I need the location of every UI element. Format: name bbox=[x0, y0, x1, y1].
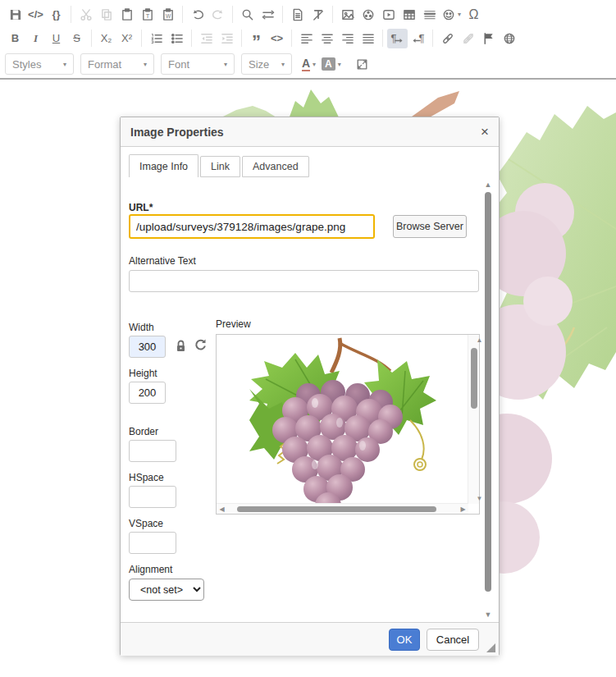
hspace-label: HSpace bbox=[129, 472, 164, 483]
superscript-icon[interactable]: X² bbox=[116, 29, 137, 48]
tab-link[interactable]: Link bbox=[200, 156, 240, 177]
remove-format-icon[interactable] bbox=[308, 5, 328, 25]
undo-icon[interactable] bbox=[187, 5, 208, 25]
chevron-down-icon: ▾ bbox=[224, 61, 227, 68]
alt-text-input[interactable] bbox=[129, 270, 479, 292]
browse-server-button[interactable]: Browse Server bbox=[393, 215, 467, 238]
reset-size-icon[interactable] bbox=[194, 338, 208, 355]
styles-dropdown[interactable]: Styles▾ bbox=[5, 53, 74, 75]
toolbar-separator bbox=[282, 6, 283, 23]
dialog-scroll-down-icon[interactable]: ▼ bbox=[483, 611, 493, 619]
alt-text-label: Alternative Text bbox=[129, 255, 196, 267]
link-icon[interactable] bbox=[437, 29, 458, 48]
source-code-icon[interactable]: </> bbox=[25, 5, 46, 25]
preview-vertical-scrollbar[interactable]: ▲ ▼ bbox=[468, 335, 479, 504]
align-center-icon[interactable] bbox=[317, 29, 337, 48]
outdent-icon bbox=[196, 29, 217, 48]
close-icon[interactable]: × bbox=[481, 125, 489, 139]
language-icon[interactable] bbox=[499, 29, 519, 48]
underline-icon[interactable]: U bbox=[46, 29, 66, 48]
anchor-icon[interactable] bbox=[478, 29, 499, 48]
paste-from-word-icon[interactable]: W bbox=[157, 5, 178, 25]
bold-icon[interactable]: B bbox=[5, 29, 25, 48]
align-left-icon[interactable] bbox=[296, 29, 317, 48]
inline-code-icon[interactable]: <> bbox=[267, 29, 287, 48]
replace-icon[interactable] bbox=[258, 5, 278, 25]
chevron-down-icon: ▾ bbox=[281, 61, 285, 68]
dialog-header[interactable]: Image Properties × bbox=[121, 117, 499, 147]
vspace-input[interactable] bbox=[129, 532, 176, 554]
dialog-resize-handle[interactable] bbox=[486, 643, 495, 652]
horizontal-line-icon[interactable] bbox=[419, 5, 440, 25]
toolbar-separator bbox=[332, 6, 333, 23]
subscript-icon[interactable]: X₂ bbox=[96, 29, 116, 48]
preview-pane: ▲ ▼ ◀ ▶ bbox=[216, 334, 480, 515]
table-icon[interactable] bbox=[399, 5, 419, 25]
editor-toolbar: </> {} T W ▾ Ω B I U S X₂ X² bbox=[0, 0, 616, 80]
alignment-label: Alignment bbox=[129, 564, 172, 575]
toolbar-separator bbox=[291, 30, 292, 47]
text-direction-ltr-icon[interactable]: ¶ bbox=[387, 29, 408, 48]
italic-icon[interactable]: I bbox=[25, 29, 46, 48]
preview-horizontal-scrollbar[interactable]: ◀ ▶ bbox=[217, 503, 468, 514]
horizontal-scroll-thumb[interactable] bbox=[237, 506, 436, 512]
toolbar-separator bbox=[232, 6, 233, 23]
border-input[interactable] bbox=[129, 440, 176, 462]
border-label: Border bbox=[129, 426, 158, 437]
strikethrough-icon[interactable]: S bbox=[66, 29, 87, 48]
save-icon[interactable] bbox=[5, 5, 25, 25]
hspace-input[interactable] bbox=[129, 486, 176, 508]
paste-plain-text-icon[interactable]: T bbox=[137, 5, 157, 25]
blockquote-icon[interactable]: ” bbox=[246, 29, 267, 48]
image-icon[interactable] bbox=[337, 5, 358, 25]
align-justify-icon[interactable] bbox=[358, 29, 378, 48]
copy-icon bbox=[96, 5, 116, 25]
paste-icon[interactable] bbox=[116, 5, 137, 25]
background-color-icon[interactable]: A▾ bbox=[319, 54, 344, 74]
dialog-content: URL* Browse Server Alternative Text Widt… bbox=[121, 177, 499, 622]
bullet-list-icon[interactable] bbox=[167, 29, 187, 48]
maximize-icon[interactable] bbox=[352, 54, 372, 74]
tab-image-info[interactable]: Image Info bbox=[129, 154, 198, 177]
templates-icon[interactable]: {} bbox=[46, 5, 66, 25]
tab-advanced[interactable]: Advanced bbox=[242, 156, 309, 177]
special-character-icon[interactable]: Ω bbox=[463, 5, 484, 25]
cancel-button[interactable]: Cancel bbox=[427, 629, 479, 651]
smiley-icon[interactable]: ▾ bbox=[440, 5, 463, 25]
media-embed-icon[interactable] bbox=[378, 5, 399, 25]
vertical-scroll-thumb[interactable] bbox=[471, 348, 477, 409]
editor-content-area[interactable]: Image Properties × Image Info Link Advan… bbox=[0, 81, 616, 677]
font-dropdown[interactable]: Font▾ bbox=[161, 53, 235, 75]
numbered-list-icon[interactable] bbox=[146, 29, 167, 48]
dialog-scroll-thumb[interactable] bbox=[485, 192, 491, 592]
ok-button[interactable]: OK bbox=[389, 629, 420, 651]
svg-text:W: W bbox=[165, 12, 171, 18]
url-label: URL* bbox=[129, 202, 153, 213]
toolbar-separator bbox=[191, 30, 192, 47]
size-dropdown[interactable]: Size▾ bbox=[241, 53, 292, 75]
find-icon[interactable] bbox=[237, 5, 258, 25]
document-template-icon[interactable] bbox=[287, 5, 308, 25]
vspace-label: VSpace bbox=[129, 518, 163, 529]
toolbar-separator bbox=[182, 6, 183, 23]
scroll-right-icon[interactable]: ▶ bbox=[458, 504, 468, 515]
toolbar-separator bbox=[241, 30, 242, 47]
toolbar-row-2: B I U S X₂ X² ” <> ¶ ¶ bbox=[5, 26, 611, 50]
lock-ratio-icon[interactable] bbox=[175, 340, 187, 356]
width-input[interactable] bbox=[129, 336, 166, 358]
chevron-down-icon: ▾ bbox=[313, 61, 316, 68]
align-right-icon[interactable] bbox=[337, 29, 358, 48]
dialog-scrollbar[interactable]: ▲ ▼ bbox=[483, 177, 493, 622]
text-direction-rtl-icon[interactable]: ¶ bbox=[408, 29, 428, 48]
alignment-select[interactable]: <not set> bbox=[129, 579, 204, 601]
url-input[interactable] bbox=[129, 214, 375, 239]
toolbar-separator bbox=[382, 30, 383, 47]
height-input[interactable] bbox=[129, 382, 166, 404]
width-label: Width bbox=[129, 322, 154, 333]
chevron-down-icon: ▾ bbox=[458, 11, 461, 18]
flash-icon[interactable] bbox=[358, 5, 378, 25]
dialog-scroll-up-icon[interactable]: ▲ bbox=[483, 181, 493, 189]
scroll-left-icon[interactable]: ◀ bbox=[217, 504, 227, 515]
text-color-icon[interactable]: A▾ bbox=[299, 54, 319, 74]
format-dropdown[interactable]: Format▾ bbox=[80, 53, 154, 75]
